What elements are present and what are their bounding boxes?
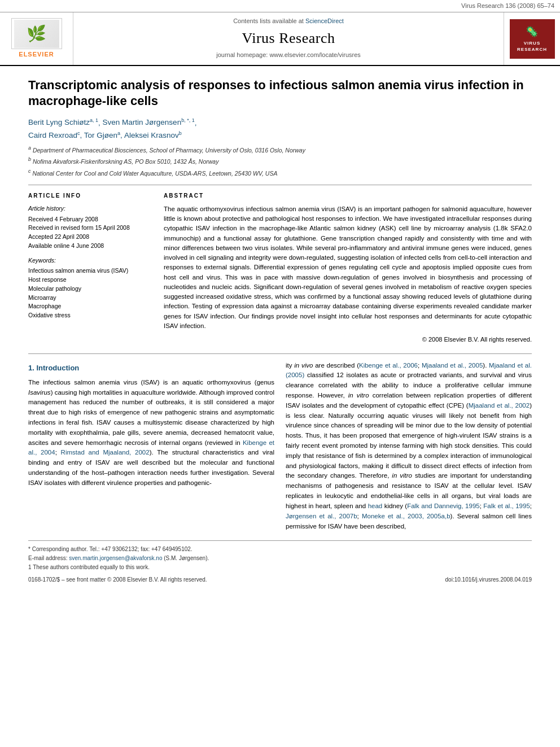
abstract-section: ABSTRACT The aquatic orthomyxovirus infe… — [164, 192, 532, 344]
aff-a-letter: a — [28, 145, 31, 151]
copyright-line: © 2008 Elsevier B.V. All rights reserved… — [164, 335, 532, 344]
author-1-sup: a, 1 — [90, 117, 98, 123]
footer-notes: * Corresponding author. Tel.: +47 930621… — [28, 540, 532, 584]
history-label: Article history: — [28, 204, 152, 213]
contents-line: Contents lists available at ScienceDirec… — [233, 17, 344, 25]
journal-logo-area: 🦠 VIRUS RESEARCH — [504, 12, 560, 64]
ref-head-keyword: head — [368, 503, 383, 509]
elsevier-logo-inner: 🌿 — [14, 20, 59, 48]
in-vivo: in vivo — [294, 362, 313, 369]
article-info-title: ARTICLE INFO — [28, 192, 152, 200]
author-5-sup: b — [179, 130, 182, 136]
aff-c-letter: c — [28, 168, 31, 174]
keywords-label: Keywords: — [28, 256, 152, 265]
author-3-sup: c — [77, 130, 80, 136]
email-person: (S.M. Jørgensen). — [162, 555, 209, 561]
affiliations: a Department of Pharmaceutical Bioscienc… — [28, 145, 532, 178]
author-1: Berit Lyng Schiøtza, 1 — [28, 118, 98, 126]
email-label: E-mail address: — [28, 555, 69, 561]
keyword-6: Oxidative stress — [28, 311, 152, 320]
elsevier-logo-box: 🌿 — [11, 18, 62, 49]
journal-title-header: Virus Research — [242, 28, 335, 49]
section-divider-1 — [28, 185, 532, 185]
body-col-left: 1. Introduction The infectious salmon an… — [28, 361, 274, 532]
main-content: Transcriptomic analysis of responses to … — [0, 66, 560, 596]
corresponding-email[interactable]: sven.martin.jorgensen@akvaforsk.no — [69, 555, 162, 561]
author-4-sup: a — [117, 130, 120, 136]
page: Virus Research 136 (2008) 65–74 🌿 ELSEVI… — [0, 0, 560, 747]
journal-logo-box: 🦠 VIRUS RESEARCH — [510, 19, 555, 59]
author-3: Caird Rexroadc — [28, 131, 80, 139]
section-1-heading: 1. Introduction — [28, 363, 274, 373]
accepted-date: Accepted 22 April 2008 — [28, 233, 152, 242]
body-two-col: 1. Introduction The infectious salmon an… — [28, 361, 532, 532]
ref-falk-1995b[interactable]: Falk et al., 1995 — [483, 503, 530, 509]
article-info-section: ARTICLE INFO Article history: Received 4… — [28, 192, 532, 344]
body-col-right: ity in vivo are described (Kibenge et al… — [286, 361, 532, 532]
author-5: Aleksei Krasnovb — [124, 131, 182, 139]
aff-b-letter: b — [28, 156, 31, 162]
ref-moneke-2003[interactable]: Moneke et al., 2003, 2005a,b — [362, 513, 450, 519]
available-date: Available online 4 June 2008 — [28, 242, 152, 251]
author-2: Sven Martin Jørgensenb, *, 1 — [103, 118, 195, 126]
keywords-section: Keywords: Infectious salmon anemia virus… — [28, 256, 152, 320]
citation-bar: Virus Research 136 (2008) 65–74 — [0, 0, 560, 12]
journal-logo-line2: RESEARCH — [517, 46, 547, 53]
revised-date: Received in revised form 15 April 2008 — [28, 224, 152, 233]
author-4: Tor Gjøena — [84, 131, 120, 139]
affiliation-a: a Department of Pharmaceutical Bioscienc… — [28, 145, 532, 155]
footer-bottom: 0168-1702/$ – see front matter © 2008 El… — [28, 576, 532, 584]
intro-text-col2: ity in vivo are described (Kibenge et al… — [286, 361, 532, 532]
section-divider-2 — [28, 353, 532, 354]
genus-name: Isavirus — [28, 389, 51, 396]
elsevier-logo-area: 🌿 ELSEVIER — [0, 12, 73, 64]
in-vitro-2: in vitro — [392, 472, 412, 479]
article-title: Transcriptomic analysis of responses to … — [28, 77, 532, 110]
ref-rimstad-2002[interactable]: Rimstad and Mjaaland, 2002 — [61, 449, 150, 456]
virus-icon: 🦠 — [526, 25, 539, 39]
journal-header: 🌿 ELSEVIER Contents lists available at S… — [0, 12, 560, 65]
abstract-text: The aquatic orthomyxovirus infectious sa… — [164, 204, 532, 331]
keyword-3: Molecular pathology — [28, 285, 152, 294]
received-date: Received 4 February 2008 — [28, 215, 152, 224]
elsevier-wordmark: ELSEVIER — [19, 50, 54, 59]
author-2-sup: b, *, 1 — [181, 117, 195, 123]
ref-jorgensen-2007[interactable]: Jørgensen et al., 2007b — [286, 513, 357, 519]
abstract-title: ABSTRACT — [164, 192, 532, 200]
affiliation-b: b Nofima Akvaforsk-Fiskeriforskning AS, … — [28, 156, 532, 166]
authors-line: Berit Lyng Schiøtza, 1, Sven Martin Jørg… — [28, 116, 532, 141]
keyword-1: Infectious salmon anemia virus (ISAV) — [28, 267, 152, 276]
ref-mjaaland-2002[interactable]: Mjaaland et al., 2002 — [469, 402, 530, 409]
ref-kibenge-2006[interactable]: Kibenge et al., 2006 — [359, 362, 418, 369]
footer-email-note: E-mail address: sven.martin.jorgensen@ak… — [28, 554, 532, 562]
journal-homepage: journal homepage: www.elsevier.com/locat… — [216, 51, 361, 59]
journal-logo-line1: VIRUS — [524, 40, 540, 46]
ref-mjaaland-2005a[interactable]: Mjaaland et al., 2005 — [422, 362, 483, 369]
elsevier-logo: 🌿 ELSEVIER — [11, 18, 62, 59]
footer-issn: 0168-1702/$ – see front matter © 2008 El… — [28, 576, 207, 584]
keyword-4: Microarray — [28, 294, 152, 303]
intro-text-col1: The infectious salmon anemia virus (ISAV… — [28, 378, 274, 488]
footer-doi: doi:10.1016/j.virusres.2008.04.019 — [445, 576, 532, 584]
footer-star-note: * Corresponding author. Tel.: +47 930621… — [28, 545, 532, 553]
keyword-5: Macrophage — [28, 302, 152, 311]
sciencedirect-link[interactable]: ScienceDirect — [305, 18, 344, 24]
in-vitro-1: in vitro — [348, 392, 369, 399]
ref-falk-1995a[interactable]: Falk and Dannevig, 1995 — [407, 503, 480, 509]
keyword-2: Host response — [28, 276, 152, 285]
journal-header-center: Contents lists available at ScienceDirec… — [73, 12, 504, 64]
affiliation-c: c National Center for Cool and Cold Wate… — [28, 168, 532, 178]
article-info-left: ARTICLE INFO Article history: Received 4… — [28, 192, 152, 344]
footer-equal-contrib: 1 These authors contributed equally to t… — [28, 563, 532, 571]
citation-text: Virus Research 136 (2008) 65–74 — [461, 2, 554, 9]
